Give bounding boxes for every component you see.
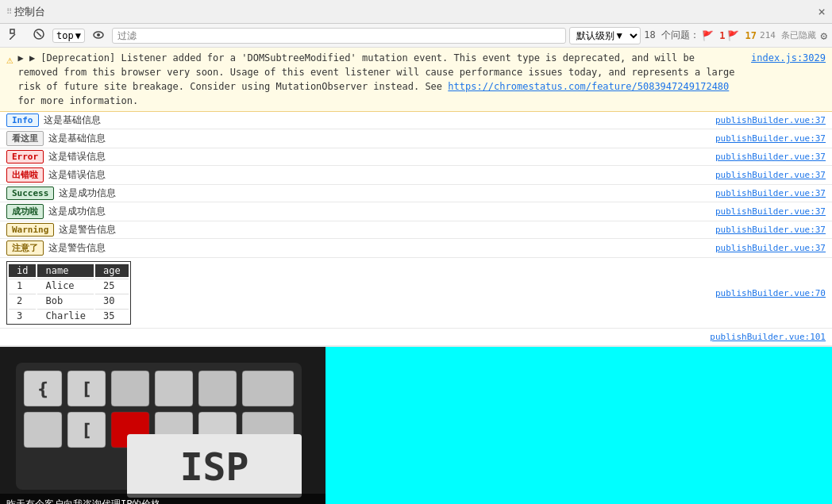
issues-label: 18 个问题： [644, 29, 699, 42]
warning-banner: ⚠ ▶ ▶ [Deprecation] Listener added for a… [0, 48, 832, 112]
badge-Info: Info [6, 113, 39, 127]
file-ref-link[interactable]: publishBuilder.vue:37 [715, 170, 826, 180]
context-label: top [56, 30, 74, 41]
image-panel: { [ [ [0, 347, 325, 504]
file-ref-link[interactable]: publishBuilder.vue:37 [715, 152, 826, 162]
console-row-content: 注意了 这是警告信息 [6, 240, 715, 256]
badge-看这里: 看这里 [6, 131, 44, 146]
console-message: 这是基础信息 [48, 132, 106, 145]
svg-rect-15 [242, 371, 294, 406]
badge-注意了: 注意了 [6, 240, 44, 256]
svg-line-1 [10, 34, 15, 40]
table-row: 3Charlie35 [9, 309, 129, 322]
table-header-cell: id [9, 264, 36, 277]
console-row: Info 这是基础信息 publishBuilder.vue:37 [0, 112, 832, 129]
console-row-content: Info 这是基础信息 [6, 113, 715, 127]
context-dropdown-icon: ▼ [75, 30, 81, 41]
badge-出错啦: 出错啦 [6, 167, 44, 183]
lone-file-row: publishBuilder.vue:101 [0, 329, 832, 346]
console-message: 这是成功信息 [59, 187, 116, 200]
warning-link[interactable]: https://chromestatus.com/feature/5083947… [448, 81, 729, 92]
svg-rect-12 [111, 371, 149, 406]
file-ref-link[interactable]: publishBuilder.vue:37 [715, 243, 826, 253]
svg-text:{: { [37, 379, 48, 398]
console-message: 这是警告信息 [59, 223, 116, 237]
level-selector[interactable]: 默认级别▼ [569, 27, 641, 44]
console-message: 这是错误信息 [48, 150, 106, 164]
warning-expand[interactable]: ▶ [17, 52, 23, 63]
file-ref-link[interactable]: publishBuilder.vue:37 [715, 115, 826, 125]
close-button[interactable]: × [818, 4, 826, 19]
svg-text:[: [ [81, 420, 91, 440]
svg-point-5 [97, 33, 100, 37]
clear-button[interactable] [29, 26, 49, 44]
title-bar: ⠿ 控制台 × [0, 0, 832, 24]
table-cell: 25 [95, 279, 129, 292]
console-row-content: 看这里 这是基础信息 [6, 131, 715, 146]
warning-triangle-icon: ⚠ [6, 52, 13, 68]
image-caption-text: 昨天有个客户向我咨询代理IP的价格 [6, 498, 160, 504]
table-cell: Bob [37, 294, 94, 307]
console-message: 这是基础信息 [44, 113, 101, 127]
data-table: idnameage1Alice252Bob303Charlie35 [6, 261, 131, 325]
eye-icon [93, 31, 104, 39]
console-message: 这是错误信息 [48, 168, 106, 182]
console-row: 注意了 这是警告信息 publishBuilder.vue:37 [0, 239, 832, 258]
file-ref-link[interactable]: publishBuilder.vue:37 [715, 225, 826, 235]
console-row: 成功啦 这是成功信息 publishBuilder.vue:37 [0, 202, 832, 221]
inspect-icon [10, 29, 21, 40]
svg-line-3 [37, 32, 41, 37]
warn-count: 🚩 17 [727, 30, 757, 41]
file-ref-link[interactable]: publishBuilder.vue:37 [715, 188, 826, 198]
svg-rect-13 [155, 371, 193, 406]
table-cell: 30 [95, 294, 129, 307]
console-row-content: 成功啦 这是成功信息 [6, 204, 715, 219]
file-ref-link[interactable]: publishBuilder.vue:37 [715, 206, 826, 217]
badge-成功啦: 成功啦 [6, 204, 44, 219]
eye-button[interactable] [88, 28, 109, 44]
console-row: Warning 这是警告信息 publishBuilder.vue:37 [0, 221, 832, 239]
console-row-content: Error 这是错误信息 [6, 150, 715, 164]
image-area: { [ [ [0, 346, 832, 504]
console-message: 这是警告信息 [48, 241, 106, 255]
drag-handle: ⠿ [6, 7, 11, 16]
console-row: Success 这是成功信息 publishBuilder.vue:37 [0, 185, 832, 202]
console-row-content: Warning 这是警告信息 [6, 223, 715, 237]
table-header-console-row: idnameage1Alice252Bob303Charlie35 publis… [0, 258, 832, 329]
table-cell: 3 [9, 309, 36, 322]
warning-suffix: for more information. [17, 95, 138, 106]
badge-Success: Success [6, 187, 54, 200]
table-cell: Alice [37, 279, 94, 292]
table-cell: 1 [9, 279, 36, 292]
error-count: 🚩 1 [702, 30, 725, 41]
table-header-cell: age [95, 264, 129, 277]
table-cell: Charlie [37, 309, 94, 322]
table-header-file-ref[interactable]: publishBuilder.vue:70 [715, 288, 826, 298]
lone-file-ref[interactable]: publishBuilder.vue:101 [710, 332, 826, 342]
keyboard-image: { [ [ [0, 347, 325, 504]
title-bar-title: 控制台 [14, 5, 818, 19]
console-row: 看这里 这是基础信息 publishBuilder.vue:37 [0, 129, 832, 148]
hidden-count: 214 条已隐藏 [760, 29, 816, 41]
issues-badge: 18 个问题： 🚩 1 🚩 17 [644, 29, 757, 42]
warning-file-ref[interactable]: index.js:3029 [751, 51, 826, 65]
console-row: 出错啦 这是错误信息 publishBuilder.vue:37 [0, 166, 832, 185]
file-ref-link[interactable]: publishBuilder.vue:37 [715, 133, 826, 144]
svg-rect-16 [24, 412, 62, 448]
svg-rect-0 [10, 29, 14, 33]
console-row-content: Success 这是成功信息 [6, 187, 715, 200]
console-content: Info 这是基础信息 publishBuilder.vue:37 看这里 这是… [0, 112, 832, 258]
cyan-panel [325, 347, 832, 504]
table-header-cell: name [37, 264, 94, 277]
table-cell: 2 [9, 294, 36, 307]
inspect-toggle-button[interactable] [5, 26, 25, 44]
badge-Error: Error [6, 150, 44, 164]
context-selector[interactable]: top ▼ [52, 29, 85, 43]
console-row-content: 出错啦 这是错误信息 [6, 167, 715, 183]
table-cell: 35 [95, 309, 129, 322]
settings-button[interactable]: ⚙ [821, 29, 827, 42]
table-content: idnameage1Alice252Bob303Charlie35 [6, 260, 715, 326]
svg-text:[: [ [81, 379, 91, 398]
table-row: 2Bob30 [9, 294, 129, 307]
filter-input[interactable] [112, 28, 566, 44]
